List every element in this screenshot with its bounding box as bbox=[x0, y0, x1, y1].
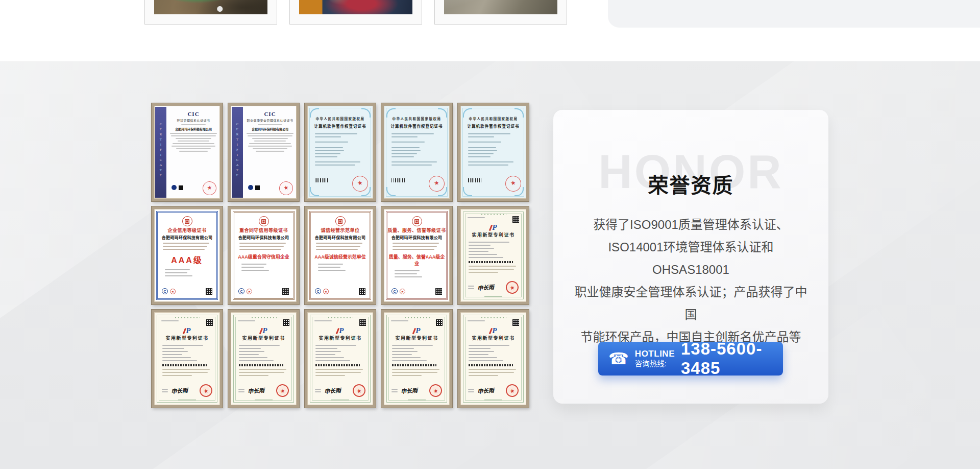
phone-icon: ☎ bbox=[608, 350, 629, 367]
certificate-text-lines bbox=[316, 243, 364, 249]
hotline-button[interactable]: ☎ HOTLINE 咨询热线: 138-5600-3485 bbox=[598, 342, 783, 376]
previous-content-panel bbox=[608, 0, 980, 28]
certificate-signature-row: 申长雨 ★ bbox=[238, 384, 289, 397]
certificate-company: 合肥珂玛环保科技有限公司 bbox=[245, 127, 295, 131]
certificate-patent[interactable]: P 实用新型专利证书 申长雨 ★ bbox=[458, 310, 529, 408]
red-seal-icon: ★ bbox=[202, 180, 217, 196]
certificate-text-lines bbox=[239, 243, 288, 249]
certificate-footer: C ★ bbox=[391, 287, 442, 295]
certificate-cic[interactable]: CERTIFICATE CIC 职业健康安全管理体系认证证书 合肥珂玛环保科技有… bbox=[228, 103, 299, 201]
certificate-patent[interactable]: P 实用新型专利证书 申长雨 ★ bbox=[381, 310, 452, 408]
certificate-patent[interactable]: P 实用新型专利证书 申长雨 ★ bbox=[228, 310, 299, 408]
certificate-text-lines bbox=[393, 243, 441, 249]
qr-code-icon bbox=[283, 319, 289, 326]
certificate-header bbox=[161, 319, 213, 326]
certificate-body: P 实用新型专利证书 申长雨 ★ bbox=[157, 315, 217, 403]
certificate-date-lines bbox=[395, 270, 439, 277]
certificate-brand: CIC bbox=[168, 111, 218, 117]
certificate-title: 实用新型专利证书 bbox=[234, 335, 293, 341]
description-line: 获得了ISO9001质量管理体系认证、 bbox=[572, 214, 810, 236]
corner-ornament-icon bbox=[438, 108, 447, 118]
star-seal-icon: ★ bbox=[323, 289, 329, 294]
qr-code-icon bbox=[179, 185, 183, 190]
certificate-text-lines bbox=[168, 133, 218, 152]
commissioner-signature: 申长雨 bbox=[400, 386, 418, 395]
certificate-text-lines bbox=[245, 133, 295, 152]
certificate-body: P 实用新型专利证书 申长雨 ★ bbox=[233, 315, 294, 403]
red-seal-icon: ★ bbox=[505, 279, 520, 295]
cnipa-logo-icon: P bbox=[157, 326, 217, 334]
certificate-software-copyright[interactable]: 中华人民共和国国家版权局 计算机软件著作权登记证书 ★ bbox=[458, 103, 529, 201]
barcode-icon bbox=[315, 364, 360, 366]
certificate-header bbox=[468, 216, 519, 223]
certificate-header bbox=[238, 319, 289, 326]
cnipa-logo-icon: P bbox=[463, 223, 523, 231]
certificate-grade: AAA级重合同守信用企业 bbox=[234, 253, 293, 260]
certificate-footer: ★ bbox=[169, 182, 217, 196]
certificate-side-text: CERTIFICATE bbox=[235, 122, 239, 178]
certificate-software-copyright[interactable]: 中华人民共和国国家版权局 计算机软件著作权登记证书 ★ bbox=[381, 103, 452, 201]
signature-label-lines bbox=[391, 387, 398, 394]
red-emblem-icon bbox=[259, 216, 269, 226]
red-seal-icon: ★ bbox=[278, 180, 293, 196]
certificate-number-line bbox=[238, 320, 255, 321]
certificate-title: 计算机软件著作权登记证书 bbox=[307, 123, 373, 129]
barcode-icon bbox=[239, 364, 283, 366]
certificate-header bbox=[391, 319, 443, 326]
certificate-text-lines bbox=[239, 345, 288, 361]
hotline-number: 138-5600-3485 bbox=[681, 339, 783, 378]
certificate-title: 实用新型专利证书 bbox=[387, 335, 447, 341]
certificate-signature-row: 申长雨 ★ bbox=[468, 280, 519, 294]
barcode-icon bbox=[468, 178, 481, 182]
red-seal-icon: ★ bbox=[505, 383, 520, 398]
construction-photo bbox=[154, 0, 267, 14]
certificate-text-lines bbox=[162, 345, 212, 361]
certificate-company: 合肥珂玛环保科技有限公司 bbox=[234, 235, 293, 240]
barcode-icon bbox=[391, 178, 405, 182]
credit-logo-icon: C bbox=[162, 288, 168, 294]
certificate-credit[interactable]: 企业信用等级证书 合肥珂玛环保科技有限公司 AAA级 C ★ bbox=[152, 206, 223, 304]
red-seal-icon: ★ bbox=[428, 383, 444, 398]
certificate-cic[interactable]: CERTIFICATE CIC 环境管理体系认证证书 合肥珂玛环保科技有限公司 … bbox=[152, 103, 223, 201]
signature-label-lines bbox=[315, 387, 321, 394]
certificate-patent[interactable]: P 实用新型专利证书 申长雨 ★ bbox=[152, 310, 223, 408]
corner-ornament-icon bbox=[386, 108, 396, 118]
certificate-title: 实用新型专利证书 bbox=[463, 335, 523, 341]
certificate-paragraph-lines bbox=[162, 369, 212, 376]
commissioner-signature: 申长雨 bbox=[170, 386, 188, 395]
certificate-title: 计算机软件著作权登记证书 bbox=[460, 123, 526, 129]
project-photo-card[interactable] bbox=[289, 0, 422, 25]
certificate-credit[interactable]: 重合同守信用等级证书 合肥珂玛环保科技有限公司 AAA级重合同守信用企业 C ★ bbox=[228, 206, 299, 304]
certificate-software-copyright[interactable]: 中华人民共和国国家版权局 计算机软件著作权登记证书 ★ bbox=[305, 103, 376, 201]
certificate-credit[interactable]: 质量、服务、信誉等级证书 合肥珂玛环保科技有限公司 质量、服务、信誉AAA级企业… bbox=[381, 206, 452, 304]
certificate-header bbox=[314, 319, 366, 326]
certificate-footer: C ★ bbox=[238, 287, 289, 295]
commissioner-signature: 申长雨 bbox=[477, 386, 494, 395]
certificate-date-lines bbox=[241, 264, 286, 271]
certificate-side-text: CERTIFICATE bbox=[159, 122, 163, 178]
star-seal-icon: ★ bbox=[247, 289, 252, 294]
certificate-paragraph-lines bbox=[239, 369, 288, 376]
hotline-labels: HOTLINE 咨询热线: bbox=[635, 349, 675, 368]
star-seal-icon: ★ bbox=[400, 289, 405, 294]
project-photo-card[interactable] bbox=[144, 0, 277, 25]
certificate-title: 实用新型专利证书 bbox=[310, 335, 370, 341]
certificate-title: 计算机软件著作权登记证书 bbox=[384, 123, 450, 129]
certificate-credit[interactable]: 诚信经营示范单位 合肥珂玛环保科技有限公司 AAA级诚信经营示范单位 C ★ bbox=[305, 206, 376, 304]
project-photo-card[interactable] bbox=[434, 0, 567, 25]
qr-code-icon bbox=[359, 319, 366, 326]
certificate-text-lines bbox=[468, 133, 519, 166]
certificate-signature-row: 申长雨 ★ bbox=[162, 384, 212, 397]
certificate-title: 诚信经营示范单位 bbox=[311, 228, 370, 233]
qr-code-icon bbox=[282, 288, 289, 295]
certificate-signature-row: 申长雨 ★ bbox=[391, 384, 442, 397]
certificate-patent[interactable]: P 实用新型专利证书 申长雨 ★ bbox=[305, 310, 376, 408]
red-seal-icon: ★ bbox=[199, 383, 214, 398]
signature-label-lines bbox=[468, 284, 474, 291]
barcode-icon bbox=[392, 364, 436, 366]
certificate-text-lines bbox=[469, 345, 518, 361]
certificate-patent[interactable]: P 实用新型专利证书 申长雨 ★ bbox=[458, 206, 529, 304]
construction-photo bbox=[299, 0, 412, 14]
cic-round-logo-icon bbox=[172, 185, 177, 190]
signature-label-lines bbox=[468, 387, 474, 394]
